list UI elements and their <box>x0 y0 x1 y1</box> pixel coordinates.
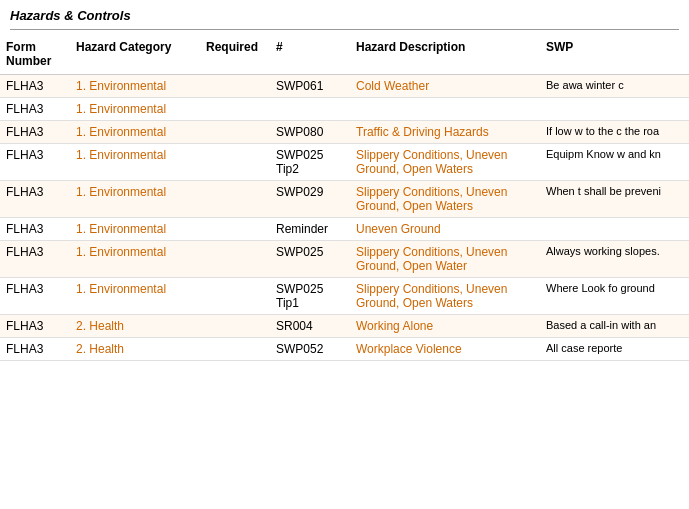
cell-hazard-category: 1. Environmental <box>70 181 200 218</box>
table-row: FLHA32. HealthSWP052Workplace ViolenceAl… <box>0 338 689 361</box>
cell-hazard-category: 1. Environmental <box>70 98 200 121</box>
cell-swp <box>540 98 689 121</box>
cell-hazard-category: 1. Environmental <box>70 75 200 98</box>
table-row: FLHA31. EnvironmentalSWP025 Tip2Slippery… <box>0 144 689 181</box>
cell-required <box>200 98 270 121</box>
cell-num: SWP029 <box>270 181 350 218</box>
cell-form-number: FLHA3 <box>0 144 70 181</box>
cell-swp: If low w to the c the roa <box>540 121 689 144</box>
cell-form-number: FLHA3 <box>0 338 70 361</box>
cell-form-number: FLHA3 <box>0 278 70 315</box>
cell-hazard-category: 1. Environmental <box>70 144 200 181</box>
cell-hazard-category: 2. Health <box>70 315 200 338</box>
table-row: FLHA31. EnvironmentalReminderUneven Grou… <box>0 218 689 241</box>
cell-form-number: FLHA3 <box>0 241 70 278</box>
table-row: FLHA31. EnvironmentalSWP029Slippery Cond… <box>0 181 689 218</box>
cell-required <box>200 75 270 98</box>
table-row: FLHA32. HealthSR004Working AloneBased a … <box>0 315 689 338</box>
cell-num: SR004 <box>270 315 350 338</box>
cell-hazard-description: Slippery Conditions, Uneven Ground, Open… <box>350 241 540 278</box>
cell-hazard-description: Traffic & Driving Hazards <box>350 121 540 144</box>
cell-required <box>200 181 270 218</box>
cell-hazard-category: 1. Environmental <box>70 218 200 241</box>
cell-required <box>200 278 270 315</box>
cell-swp: Equipm Know w and kn <box>540 144 689 181</box>
cell-hazard-description: Uneven Ground <box>350 218 540 241</box>
cell-swp: All case reporte <box>540 338 689 361</box>
cell-form-number: FLHA3 <box>0 121 70 144</box>
cell-num: SWP025 <box>270 241 350 278</box>
table-row: FLHA31. EnvironmentalSWP061Cold WeatherB… <box>0 75 689 98</box>
cell-form-number: FLHA3 <box>0 75 70 98</box>
cell-hazard-category: 1. Environmental <box>70 278 200 315</box>
cell-form-number: FLHA3 <box>0 98 70 121</box>
section-title: Hazards & Controls <box>0 0 689 29</box>
cell-hazard-category: 2. Health <box>70 338 200 361</box>
cell-form-number: FLHA3 <box>0 218 70 241</box>
cell-num <box>270 98 350 121</box>
cell-hazard-description <box>350 98 540 121</box>
table-row: FLHA31. Environmental <box>0 98 689 121</box>
col-header-swp: SWP <box>540 34 689 75</box>
cell-num: SWP061 <box>270 75 350 98</box>
col-header-form: FormNumber <box>0 34 70 75</box>
cell-num: SWP080 <box>270 121 350 144</box>
cell-hazard-description: Working Alone <box>350 315 540 338</box>
table-row: FLHA31. EnvironmentalSWP080Traffic & Dri… <box>0 121 689 144</box>
col-header-num: # <box>270 34 350 75</box>
cell-num: SWP052 <box>270 338 350 361</box>
cell-required <box>200 144 270 181</box>
col-header-category: Hazard Category <box>70 34 200 75</box>
cell-swp: Based a call-in with an <box>540 315 689 338</box>
table-row: FLHA31. EnvironmentalSWP025 Tip1Slippery… <box>0 278 689 315</box>
cell-swp: Always working slopes. <box>540 241 689 278</box>
cell-hazard-description: Slippery Conditions, Uneven Ground, Open… <box>350 181 540 218</box>
table-row: FLHA31. EnvironmentalSWP025Slippery Cond… <box>0 241 689 278</box>
cell-num: SWP025 Tip1 <box>270 278 350 315</box>
cell-swp: When t shall be preveni <box>540 181 689 218</box>
cell-hazard-description: Cold Weather <box>350 75 540 98</box>
cell-form-number: FLHA3 <box>0 181 70 218</box>
cell-hazard-description: Workplace Violence <box>350 338 540 361</box>
cell-swp: Where Look fo ground <box>540 278 689 315</box>
cell-swp: Be awa winter c <box>540 75 689 98</box>
cell-hazard-description: Slippery Conditions, Uneven Ground, Open… <box>350 144 540 181</box>
cell-form-number: FLHA3 <box>0 315 70 338</box>
cell-required <box>200 315 270 338</box>
cell-required <box>200 218 270 241</box>
cell-num: Reminder <box>270 218 350 241</box>
cell-hazard-category: 1. Environmental <box>70 241 200 278</box>
col-header-required: Required <box>200 34 270 75</box>
cell-hazard-category: 1. Environmental <box>70 121 200 144</box>
col-header-desc: Hazard Description <box>350 34 540 75</box>
cell-required <box>200 241 270 278</box>
cell-swp <box>540 218 689 241</box>
cell-required <box>200 338 270 361</box>
cell-num: SWP025 Tip2 <box>270 144 350 181</box>
cell-required <box>200 121 270 144</box>
cell-hazard-description: Slippery Conditions, Uneven Ground, Open… <box>350 278 540 315</box>
